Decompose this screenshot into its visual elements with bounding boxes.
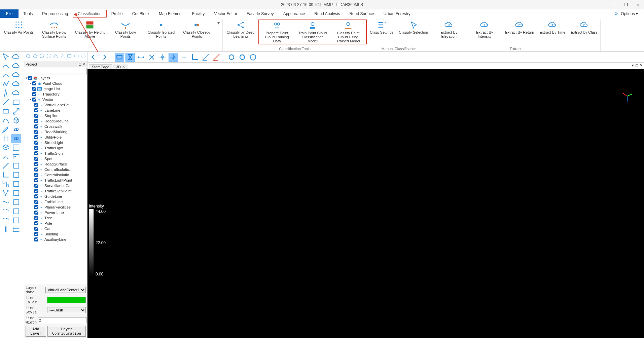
- menu-urban-forestry[interactable]: Urban Forestry: [379, 9, 415, 18]
- layer-check[interactable]: [34, 205, 38, 209]
- layer-item[interactable]: Building: [44, 232, 58, 236]
- sel-cut-icon[interactable]: [60, 53, 66, 60]
- extract-class-button[interactable]: CExtract by Class: [568, 20, 600, 39]
- layer-item[interactable]: TrafficSignPoint: [44, 189, 72, 193]
- layer-check[interactable]: [34, 194, 38, 198]
- menu-vector-editor[interactable]: Vector Editor: [209, 9, 242, 18]
- menu-road-surface[interactable]: Road Surface: [345, 9, 379, 18]
- history-back-icon[interactable]: [89, 53, 98, 62]
- vt-angle2-icon[interactable]: [212, 53, 221, 62]
- class-settings-button[interactable]: Class Settings: [367, 20, 396, 35]
- classify-height-above-button[interactable]: Classify by Height Above: [72, 20, 108, 39]
- close-tab-icon[interactable]: ✕: [122, 65, 125, 69]
- layer-config-button[interactable]: Layer Configuration: [47, 326, 86, 337]
- layer-item[interactable]: RoadSideLine: [44, 119, 69, 123]
- menu-profile[interactable]: Profile: [107, 9, 128, 18]
- layer-check[interactable]: [34, 151, 38, 155]
- line-width-input[interactable]: [38, 317, 86, 323]
- sel-poly-icon[interactable]: [25, 53, 31, 60]
- tool-polyline[interactable]: [1, 80, 11, 88]
- close-button[interactable]: ✕: [632, 0, 644, 9]
- menu-appearance[interactable]: Appearance: [279, 9, 310, 18]
- train-model-button[interactable]: Train Point Cloud Classification Model: [295, 20, 330, 44]
- layer-item[interactable]: CentralIsolatio...: [44, 173, 72, 177]
- tool-prof[interactable]: [11, 180, 21, 188]
- tool-edd-icon[interactable]: [11, 98, 21, 107]
- menu-file[interactable]: File: [0, 9, 19, 18]
- tool-layer[interactable]: [1, 143, 11, 152]
- tool-img[interactable]: [11, 198, 21, 206]
- vt-cube-icon[interactable]: [248, 53, 258, 62]
- options-dropdown[interactable]: Options ▾: [621, 11, 638, 16]
- tool-color[interactable]: [11, 143, 21, 152]
- vt-line-icon[interactable]: [136, 53, 146, 62]
- tool-pt[interactable]: [11, 216, 21, 225]
- tool-select[interactable]: [1, 52, 11, 61]
- sel-circle-icon[interactable]: [46, 53, 52, 60]
- sel-tri-icon[interactable]: [52, 53, 59, 60]
- layers-check[interactable]: [28, 76, 32, 80]
- tool-scale[interactable]: [11, 107, 21, 116]
- sel-circle-dot-icon[interactable]: [80, 53, 87, 60]
- classify-selection-button[interactable]: Classify Selection: [396, 20, 431, 35]
- tool-line2[interactable]: [1, 161, 11, 170]
- tree-trajectory[interactable]: Trajectory: [42, 92, 60, 96]
- tool-cloud-3[interactable]: [11, 71, 21, 79]
- vt-snap3-icon[interactable]: [179, 53, 189, 62]
- menu-facility[interactable]: Facility: [187, 9, 209, 18]
- vt-hourglass-icon[interactable]: [126, 53, 135, 62]
- layer-check[interactable]: [34, 221, 38, 225]
- project-search-input[interactable]: [25, 68, 86, 74]
- tool-freehand[interactable]: [1, 62, 11, 70]
- sel-rect-dot-icon[interactable]: [73, 53, 80, 60]
- tool-cloud-4[interactable]: [11, 89, 21, 98]
- vt-angle-icon[interactable]: [201, 53, 210, 62]
- layer-item[interactable]: PlanarFacilities: [44, 205, 71, 209]
- tool-line[interactable]: [1, 98, 11, 107]
- extract-elevation-button[interactable]: HExtract By Elevation: [431, 20, 467, 39]
- layer-check[interactable]: [34, 141, 38, 145]
- tool-hierarchy[interactable]: [1, 180, 11, 188]
- extract-intensity-button[interactable]: IExtract By Intensity: [467, 20, 502, 39]
- menu-preprocessing[interactable]: Preprocessing: [37, 9, 73, 18]
- vt-ortho-icon[interactable]: [190, 53, 200, 62]
- layer-item[interactable]: Crosswalk: [44, 124, 62, 128]
- history-fwd-icon[interactable]: [100, 53, 109, 62]
- tree-pointcloud[interactable]: Point Cloud: [42, 81, 62, 85]
- tool-ortho[interactable]: [11, 161, 21, 170]
- tool-grid[interactable]: [1, 134, 11, 143]
- tool-pen[interactable]: [1, 125, 11, 134]
- add-layer-button[interactable]: Add Layer: [26, 326, 46, 337]
- vt-gear2-icon[interactable]: [238, 53, 247, 62]
- menu-road-analysis[interactable]: Road Analysis: [310, 9, 345, 18]
- vt-rect-icon[interactable]: [115, 53, 124, 62]
- expand-icon[interactable]: ▸: [29, 82, 32, 85]
- layer-item[interactable]: CentralIsolatio...: [44, 167, 72, 172]
- tool-pano[interactable]: [11, 189, 21, 197]
- layer-name-select[interactable]: VirtualLaneCenterli: [45, 287, 86, 293]
- layer-check[interactable]: [34, 130, 38, 134]
- layer-check[interactable]: [34, 216, 38, 220]
- layer-item[interactable]: Spot: [44, 157, 52, 161]
- layer-check[interactable]: [34, 157, 38, 161]
- tab-start-page[interactable]: Start Page: [89, 64, 112, 69]
- tool-window[interactable]: [11, 225, 21, 234]
- line-style-select[interactable]: ----Dash: [47, 307, 86, 313]
- tool-cloud-1[interactable]: [11, 52, 21, 61]
- sel-rect-icon[interactable]: [66, 53, 73, 60]
- menu-cut-block[interactable]: Cut Block: [128, 9, 154, 18]
- layer-check[interactable]: [34, 114, 38, 118]
- layer-check[interactable]: [34, 124, 38, 128]
- gear-icon[interactable]: ⚙: [614, 11, 618, 16]
- layer-item[interactable]: StreetLight: [44, 141, 63, 145]
- tab-float-icon[interactable]: ◻: [635, 63, 638, 68]
- tool-rect[interactable]: [1, 107, 11, 116]
- menu-tools[interactable]: Tools: [19, 9, 37, 18]
- classify-low-points-button[interactable]: Classify Low Points: [108, 20, 143, 39]
- layer-item[interactable]: Power Line: [44, 211, 64, 215]
- tool-3d[interactable]: 3D: [11, 134, 21, 143]
- layer-check[interactable]: [34, 227, 38, 231]
- line-color-swatch[interactable]: [47, 297, 86, 303]
- tool-cloud-2[interactable]: [11, 62, 21, 70]
- layer-item[interactable]: TrafficLightPoint: [44, 178, 72, 182]
